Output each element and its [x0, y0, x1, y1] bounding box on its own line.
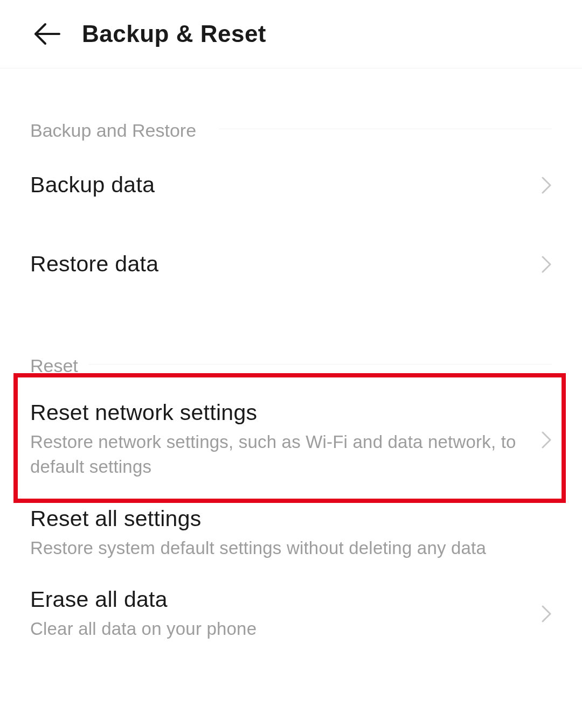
- list-item-body: Backup data: [30, 172, 541, 198]
- section-header-backup-restore: Backup and Restore: [30, 68, 552, 145]
- list-item-title: Restore data: [30, 251, 535, 277]
- list-item-body: Reset all settings Restore system defaul…: [30, 506, 552, 561]
- list-item-title: Erase all data: [30, 587, 535, 612]
- list-item-subtitle: Clear all data on your phone: [30, 617, 535, 641]
- list-item-title: Reset all settings: [30, 506, 545, 531]
- list-item-body: Reset network settings Restore network s…: [30, 400, 541, 479]
- list-item-restore-data[interactable]: Restore data: [30, 225, 552, 304]
- chevron-right-icon: [541, 605, 552, 623]
- back-arrow-icon[interactable]: [33, 22, 61, 46]
- page-title: Backup & Reset: [82, 20, 266, 47]
- list-item-erase-all-data[interactable]: Erase all data Clear all data on your ph…: [30, 574, 552, 654]
- list-item-title: Reset network settings: [30, 400, 535, 425]
- list-item-reset-network-settings[interactable]: Reset network settings Restore network s…: [30, 381, 552, 493]
- chevron-right-icon: [541, 176, 552, 194]
- list-item-reset-all-settings[interactable]: Reset all settings Restore system defaul…: [30, 493, 552, 573]
- list-item-body: Erase all data Clear all data on your ph…: [30, 587, 541, 641]
- header-bar: Backup & Reset: [0, 0, 582, 68]
- section-header-reset: Reset: [30, 304, 552, 381]
- list-item-body: Restore data: [30, 251, 541, 277]
- content-area: Backup and Restore Backup data Restore d…: [0, 68, 582, 654]
- chevron-right-icon: [541, 431, 552, 449]
- list-item-subtitle: Restore network settings, such as Wi-Fi …: [30, 430, 535, 479]
- list-item-title: Backup data: [30, 172, 535, 198]
- chevron-right-icon: [541, 255, 552, 274]
- list-item-subtitle: Restore system default settings without …: [30, 536, 545, 561]
- list-item-backup-data[interactable]: Backup data: [30, 145, 552, 225]
